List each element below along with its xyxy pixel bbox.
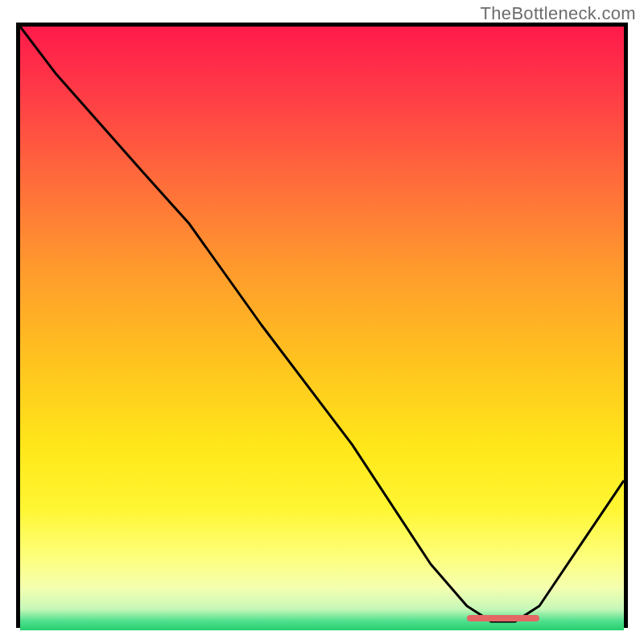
watermark-text: TheBottleneck.com <box>481 3 636 24</box>
chart-line-curve <box>20 27 624 624</box>
optimal-range-marker <box>467 615 539 621</box>
chart-plot-area <box>16 23 628 628</box>
